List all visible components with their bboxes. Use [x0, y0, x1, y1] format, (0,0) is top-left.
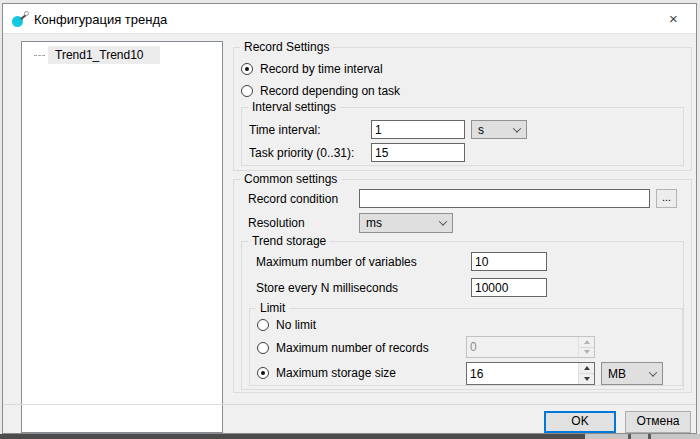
- radio-max-storage[interactable]: Maximum storage size: [257, 365, 396, 381]
- radio-record-by-time-label[interactable]: Record by time interval: [260, 62, 383, 76]
- group-limit-label: Limit: [256, 301, 289, 316]
- spin-down-button[interactable]: [579, 373, 594, 384]
- store-every-label: Store every N milliseconds: [256, 281, 398, 295]
- group-common-settings-label: Common settings: [240, 172, 341, 187]
- radio-no-limit[interactable]: No limit: [257, 317, 316, 333]
- spin-up-button: [579, 337, 594, 347]
- radio-max-records[interactable]: Maximum number of records: [257, 340, 429, 356]
- group-record-settings-label: Record Settings: [240, 40, 333, 55]
- max-storage-spinner[interactable]: [466, 362, 595, 385]
- cancel-button[interactable]: Отмена: [625, 411, 691, 433]
- close-button[interactable]: ×: [651, 4, 696, 33]
- max-storage-input[interactable]: [467, 363, 578, 384]
- radio-no-limit-label[interactable]: No limit: [276, 318, 316, 332]
- task-priority-label: Task priority (0..31):: [249, 146, 354, 160]
- background-strip-dark: [0, 434, 585, 439]
- desktop-background: Конфигурация тренда × Trend1_Trend10 Rec…: [0, 0, 700, 439]
- footer-separator: [3, 404, 696, 405]
- spin-down-button: [579, 347, 594, 358]
- record-condition-label: Record condition: [248, 192, 338, 206]
- radio-max-records-label[interactable]: Maximum number of records: [276, 341, 429, 355]
- radio-max-storage-icon[interactable]: [257, 367, 269, 379]
- ok-button[interactable]: OK: [544, 411, 616, 433]
- resolution-value: ms: [366, 216, 382, 230]
- max-variables-input[interactable]: [471, 252, 547, 271]
- radio-record-by-task-label[interactable]: Record depending on task: [260, 84, 400, 98]
- resolution-combobox[interactable]: ms: [359, 213, 453, 233]
- task-priority-input[interactable]: [371, 143, 465, 162]
- trend-app-icon: [12, 11, 29, 28]
- chevron-down-icon: [649, 368, 657, 376]
- record-condition-input[interactable]: [359, 189, 650, 208]
- title-bar[interactable]: Конфигурация тренда ×: [3, 4, 696, 34]
- tree-branch-line: [34, 55, 45, 56]
- radio-record-by-task-icon[interactable]: [241, 85, 253, 97]
- resolution-label: Resolution: [248, 216, 305, 230]
- max-storage-spin-buttons: [578, 363, 594, 384]
- max-records-spinner: [466, 336, 595, 358]
- background-strip-light: [585, 434, 700, 439]
- spin-down-icon: [584, 350, 590, 354]
- group-trend-storage-label: Trend storage: [248, 234, 330, 249]
- spin-up-icon: [584, 340, 590, 344]
- max-records-input: [467, 337, 578, 357]
- radio-max-records-icon[interactable]: [257, 342, 269, 354]
- spin-down-icon: [584, 377, 590, 381]
- store-every-input[interactable]: [471, 278, 547, 297]
- tree-item-label: Trend1_Trend10: [55, 48, 144, 62]
- time-interval-label: Time interval:: [249, 123, 321, 137]
- background-tick: [628, 434, 631, 439]
- tree-item-trend1[interactable]: Trend1_Trend10: [22, 46, 222, 64]
- max-variables-label: Maximum number of variables: [256, 255, 417, 269]
- trend-tree-panel: Trend1_Trend10: [21, 41, 223, 433]
- chevron-down-icon: [439, 217, 447, 225]
- radio-record-by-time[interactable]: Record by time interval: [241, 61, 383, 77]
- radio-max-storage-label[interactable]: Maximum storage size: [276, 366, 396, 380]
- browse-button[interactable]: ...: [656, 189, 677, 208]
- icon-small-circle: [24, 11, 29, 16]
- time-unit-combobox[interactable]: s: [471, 120, 527, 139]
- group-interval-settings-label: Interval settings: [248, 100, 340, 115]
- storage-unit-combobox[interactable]: MB: [601, 362, 663, 385]
- radio-record-by-time-icon[interactable]: [241, 63, 253, 75]
- background-tick: [648, 434, 651, 439]
- chevron-down-icon: [513, 124, 521, 132]
- storage-unit-value: MB: [608, 367, 626, 381]
- max-records-spin-buttons: [578, 337, 594, 357]
- radio-no-limit-icon[interactable]: [257, 319, 269, 331]
- time-unit-value: s: [478, 123, 484, 137]
- spin-up-button[interactable]: [579, 363, 594, 373]
- radio-record-by-task[interactable]: Record depending on task: [241, 83, 400, 99]
- trend-configuration-dialog: Конфигурация тренда × Trend1_Trend10 Rec…: [2, 3, 697, 434]
- time-interval-input[interactable]: [371, 120, 465, 139]
- dialog-title: Конфигурация тренда: [34, 12, 167, 27]
- spin-up-icon: [584, 366, 590, 370]
